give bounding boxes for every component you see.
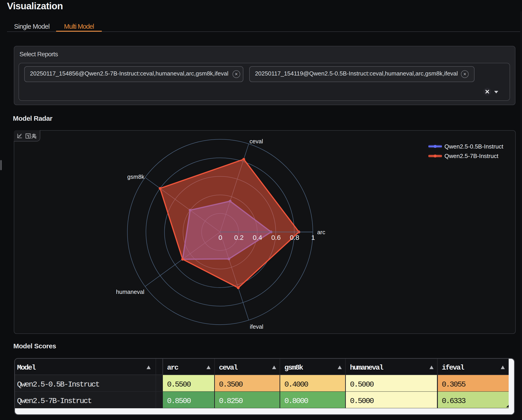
svg-text:gsm8k: gsm8k — [127, 174, 145, 180]
svg-text:0: 0 — [218, 234, 222, 241]
svg-text:1: 1 — [311, 234, 315, 241]
svg-text:humaneval: humaneval — [116, 289, 144, 295]
svg-text:Qwen2.5-7B-Instruct: Qwen2.5-7B-Instruct — [445, 153, 499, 159]
svg-text:0.8: 0.8 — [290, 234, 299, 241]
svg-text:0.4: 0.4 — [253, 234, 262, 241]
svg-text:Qwen2.5-0.5B-Instruct: Qwen2.5-0.5B-Instruct — [445, 143, 503, 150]
svg-text:ceval: ceval — [249, 138, 263, 144]
svg-text:ifeval: ifeval — [250, 323, 263, 330]
svg-text:0.6: 0.6 — [271, 234, 281, 241]
svg-text:arc: arc — [317, 229, 325, 235]
svg-text:0.2: 0.2 — [234, 234, 244, 241]
